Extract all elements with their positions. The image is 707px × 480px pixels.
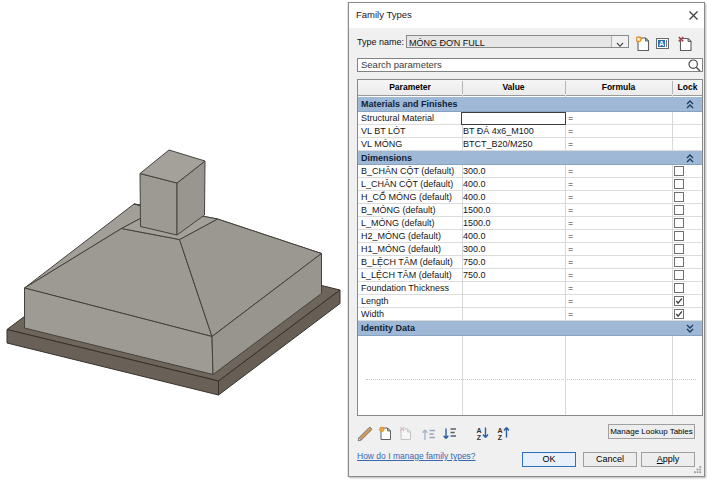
svg-text:A: A [659, 40, 664, 47]
svg-text:A: A [497, 427, 502, 434]
svg-text:Z: Z [498, 434, 503, 441]
svg-text:A: A [476, 427, 481, 434]
svg-text:Z: Z [477, 434, 482, 441]
